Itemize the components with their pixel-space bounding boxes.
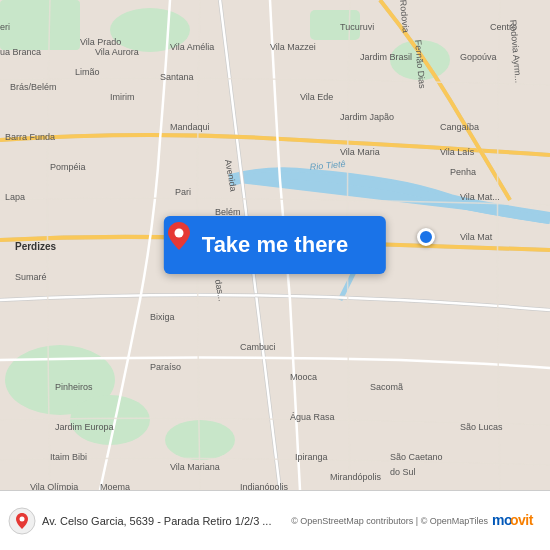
svg-text:Pompéia: Pompéia <box>50 162 86 172</box>
svg-text:Jardim Brasil: Jardim Brasil <box>360 52 412 62</box>
svg-text:Santana: Santana <box>160 72 194 82</box>
svg-text:Pinheiros: Pinheiros <box>55 382 93 392</box>
svg-text:Pari: Pari <box>175 187 191 197</box>
svg-point-65 <box>20 516 25 521</box>
svg-text:do Sul: do Sul <box>390 467 416 477</box>
svg-text:Vila Laís: Vila Laís <box>440 147 475 157</box>
destination-pin <box>168 222 190 250</box>
take-me-there-button[interactable]: Take me there <box>164 216 386 274</box>
svg-text:Paraíso: Paraíso <box>150 362 181 372</box>
svg-text:Cangaíba: Cangaíba <box>440 122 479 132</box>
svg-point-63 <box>175 229 184 238</box>
osm-credit: © OpenStreetMap contributors | © OpenMap… <box>291 516 488 526</box>
svg-text:Brás/Belém: Brás/Belém <box>10 82 57 92</box>
svg-text:Moema: Moema <box>100 482 130 490</box>
svg-text:Vila Prado: Vila Prado <box>80 37 121 47</box>
svg-text:Limão: Limão <box>75 67 100 77</box>
svg-text:Mandaqui: Mandaqui <box>170 122 210 132</box>
svg-text:Bixiga: Bixiga <box>150 312 175 322</box>
location-icon <box>8 507 36 535</box>
svg-text:São Caetano: São Caetano <box>390 452 443 462</box>
svg-text:Itaim Bibi: Itaim Bibi <box>50 452 87 462</box>
svg-text:Imirim: Imirim <box>110 92 135 102</box>
svg-text:Vila Mazzei: Vila Mazzei <box>270 42 316 52</box>
footer: Av. Celso Garcia, 5639 - Parada Retiro 1… <box>0 490 550 550</box>
moovit-logo: mo ovit <box>492 507 542 534</box>
svg-text:Mirandópolis: Mirandópolis <box>330 472 382 482</box>
svg-text:Mooca: Mooca <box>290 372 317 382</box>
svg-text:São Lucas: São Lucas <box>460 422 503 432</box>
svg-text:Sumaré: Sumaré <box>15 272 47 282</box>
footer-right: © OpenStreetMap contributors | © OpenMap… <box>291 507 542 534</box>
svg-text:Vila Mat: Vila Mat <box>460 232 493 242</box>
svg-point-2 <box>70 395 150 445</box>
svg-text:Vila Mat...: Vila Mat... <box>460 192 500 202</box>
footer-left: Av. Celso Garcia, 5639 - Parada Retiro 1… <box>8 507 285 535</box>
svg-text:Vila Amélia: Vila Amélia <box>170 42 214 52</box>
svg-text:Cambuci: Cambuci <box>240 342 276 352</box>
svg-text:Perdizes: Perdizes <box>15 241 57 252</box>
svg-text:Jardim Europa: Jardim Europa <box>55 422 114 432</box>
svg-text:Ipiranga: Ipiranga <box>295 452 328 462</box>
svg-text:Barra Funda: Barra Funda <box>5 132 55 142</box>
footer-address: Av. Celso Garcia, 5639 - Parada Retiro 1… <box>42 515 285 527</box>
svg-text:Gopoúva: Gopoúva <box>460 52 497 62</box>
svg-text:Vila Mariana: Vila Mariana <box>170 462 220 472</box>
svg-text:ua Branca: ua Branca <box>0 47 41 57</box>
svg-text:Jardim Japão: Jardim Japão <box>340 112 394 122</box>
svg-rect-6 <box>0 0 80 50</box>
map-container: Rio Tietê Brás/Belém <box>0 0 550 490</box>
svg-text:Vila Ede: Vila Ede <box>300 92 333 102</box>
svg-text:mo: mo <box>492 512 512 528</box>
svg-text:Indianópolis: Indianópolis <box>240 482 289 490</box>
svg-text:eri: eri <box>0 22 10 32</box>
svg-text:ovit: ovit <box>510 512 534 528</box>
svg-text:Vila Maria: Vila Maria <box>340 147 380 157</box>
svg-text:Lapa: Lapa <box>5 192 25 202</box>
svg-text:Penha: Penha <box>450 167 476 177</box>
svg-text:Água Rasa: Água Rasa <box>290 412 335 422</box>
origin-dot <box>417 228 435 246</box>
svg-text:Tucuruvi: Tucuruvi <box>340 22 374 32</box>
svg-text:Vila Aurora: Vila Aurora <box>95 47 139 57</box>
svg-text:Vila Olímpia: Vila Olímpia <box>30 482 78 490</box>
svg-text:Sacomã: Sacomã <box>370 382 403 392</box>
